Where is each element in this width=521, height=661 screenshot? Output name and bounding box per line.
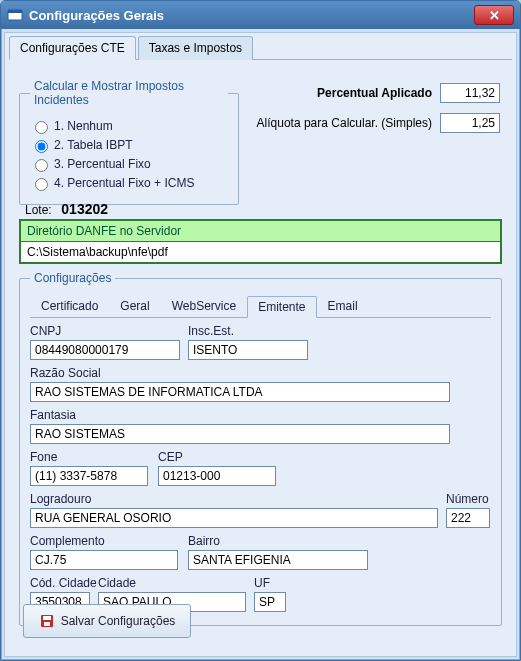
label-numero: Número xyxy=(446,492,489,506)
svg-rect-1 xyxy=(8,10,22,13)
window-title: Configurações Gerais xyxy=(29,8,474,23)
inner-tabstrip: Certificado Geral WebService Emitente Em… xyxy=(30,295,491,318)
tab-webservice[interactable]: WebService xyxy=(161,295,247,317)
tab-config-cte[interactable]: Configurações CTE xyxy=(9,36,136,60)
label-cidade: Cidade xyxy=(98,576,136,590)
right-fields: Percentual Aplicado Alíquota para Calcul… xyxy=(254,83,500,143)
input-uf[interactable] xyxy=(254,592,286,612)
label-razao-social: Razão Social xyxy=(30,366,101,380)
label-cep: CEP xyxy=(158,450,183,464)
input-bairro[interactable] xyxy=(188,550,368,570)
label-uf: UF xyxy=(254,576,270,590)
svg-rect-3 xyxy=(43,616,51,620)
tab-certificado[interactable]: Certificado xyxy=(30,295,109,317)
radio-nenhum[interactable]: 1. Nenhum xyxy=(30,118,228,134)
save-config-button[interactable]: Salvar Configurações xyxy=(23,604,191,638)
group-tax-calc: Calcular e Mostrar Impostos Incidentes 1… xyxy=(19,79,239,205)
input-complemento[interactable] xyxy=(30,550,178,570)
tab-taxas-impostos[interactable]: Taxas e Impostos xyxy=(138,36,253,60)
lote-display: Lote: 013202 xyxy=(25,201,108,217)
tab-emitente[interactable]: Emitente xyxy=(247,296,316,318)
group-config-legend: Configurações xyxy=(30,271,115,285)
input-fantasia[interactable] xyxy=(30,424,450,444)
title-bar: Configurações Gerais ✕ xyxy=(1,1,520,29)
close-icon: ✕ xyxy=(489,9,500,22)
label-percentual-aplicado: Percentual Aplicado xyxy=(317,86,432,100)
label-cnpj: CNPJ xyxy=(30,324,61,338)
danfe-header: Diretório DANFE no Servidor xyxy=(21,221,500,241)
save-icon xyxy=(39,613,55,629)
danfe-group: Diretório DANFE no Servidor xyxy=(19,219,502,264)
label-cod-cidade: Cód. Cidade xyxy=(30,576,97,590)
input-numero[interactable] xyxy=(446,508,490,528)
input-razao-social[interactable] xyxy=(30,382,450,402)
input-danfe-path[interactable] xyxy=(21,241,500,262)
radio-percentual-fixo-icms[interactable]: 4. Percentual Fixo + ICMS xyxy=(30,175,228,191)
label-logradouro: Logradouro xyxy=(30,492,91,506)
group-tax-legend: Calcular e Mostrar Impostos Incidentes xyxy=(30,79,228,107)
input-insc-est[interactable] xyxy=(188,340,308,360)
label-fantasia: Fantasia xyxy=(30,408,76,422)
label-fone: Fone xyxy=(30,450,57,464)
outer-tabstrip: Configurações CTE Taxas e Impostos xyxy=(9,35,512,60)
input-aliquota-simples[interactable] xyxy=(440,113,500,133)
tab-panel: Calcular e Mostrar Impostos Incidentes 1… xyxy=(9,61,512,652)
input-cnpj[interactable] xyxy=(30,340,180,360)
svg-rect-4 xyxy=(44,622,50,626)
input-percentual-aplicado[interactable] xyxy=(440,83,500,103)
app-icon xyxy=(7,7,23,23)
radio-tabela-ibpt[interactable]: 2. Tabela IBPT xyxy=(30,137,228,153)
input-fone[interactable] xyxy=(30,466,148,486)
tab-geral[interactable]: Geral xyxy=(109,295,160,317)
label-insc-est: Insc.Est. xyxy=(188,324,234,338)
label-bairro: Bairro xyxy=(188,534,220,548)
emitente-form: CNPJ Insc.Est. Razão Social Fantasia Fon… xyxy=(30,318,491,618)
client-area: Configurações CTE Taxas e Impostos Calcu… xyxy=(4,32,517,657)
input-logradouro[interactable] xyxy=(30,508,438,528)
label-aliquota-simples: Alíquota para Calcular. (Simples) xyxy=(257,116,432,130)
label-complemento: Complemento xyxy=(30,534,105,548)
lote-value: 013202 xyxy=(61,201,108,217)
input-cep[interactable] xyxy=(158,466,276,486)
radio-percentual-fixo[interactable]: 3. Percentual Fixo xyxy=(30,156,228,172)
main-window: Configurações Gerais ✕ Configurações CTE… xyxy=(0,0,521,661)
tab-email[interactable]: Email xyxy=(317,295,369,317)
group-configuracoes: Configurações Certificado Geral WebServi… xyxy=(19,271,502,626)
close-button[interactable]: ✕ xyxy=(474,5,514,25)
